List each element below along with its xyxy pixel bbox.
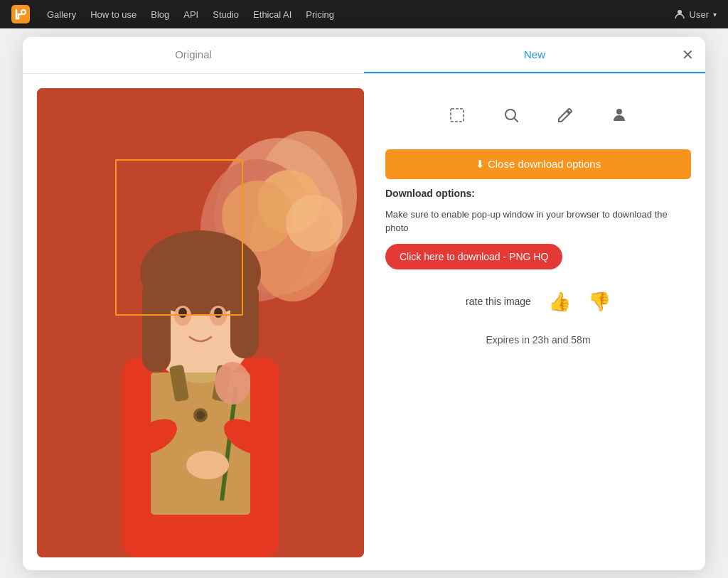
user-menu[interactable]: User ▾ — [674, 9, 717, 20]
nav-api[interactable]: API — [183, 9, 198, 20]
thumbs-up-button[interactable]: 👍 — [548, 291, 571, 313]
svg-point-34 — [616, 109, 622, 114]
image-container: eraseid — [37, 88, 364, 557]
download-options-label: Download options: — [385, 188, 691, 199]
svg-point-28 — [215, 362, 250, 405]
close-download-options-button[interactable]: ⬇ Close download options — [385, 149, 691, 179]
thumbs-down-button[interactable]: 👎 — [588, 291, 611, 313]
download-section: ⬇ Close download options Download option… — [385, 149, 691, 269]
rating-label: rate this image — [466, 296, 531, 307]
rating-section: rate this image 👍 👎 — [385, 284, 691, 320]
close-button[interactable]: ✕ — [682, 48, 694, 62]
svg-point-26 — [196, 411, 205, 419]
tab-new[interactable]: New — [364, 37, 705, 73]
download-instruction: Make sure to enable pop-up window in you… — [385, 208, 691, 235]
tab-original[interactable]: Original — [23, 37, 364, 73]
navbar: Gallery How to use Blog API Studio Ethic… — [0, 0, 728, 28]
svg-point-31 — [186, 451, 229, 479]
svg-point-2 — [678, 10, 682, 14]
icon-toolbar — [385, 95, 691, 135]
right-panel: ⬇ Close download options Download option… — [385, 88, 691, 346]
image-area: eraseid — [37, 88, 364, 557]
card-body: eraseid — [23, 74, 705, 572]
tab-bar: Original New ✕ — [23, 37, 705, 74]
nav-how-to-use[interactable]: How to use — [90, 9, 136, 20]
selection-tool-icon[interactable] — [444, 102, 470, 128]
edit-tool-icon[interactable] — [552, 102, 578, 128]
download-png-button[interactable]: Click here to download - PNG HQ — [385, 244, 562, 269]
nav-studio[interactable]: Studio — [213, 9, 239, 20]
svg-point-12 — [286, 195, 343, 252]
nav-blog[interactable]: Blog — [151, 9, 169, 20]
person-illustration — [37, 88, 364, 557]
svg-rect-32 — [451, 109, 464, 122]
face-detection-box — [115, 159, 243, 316]
expiry-text: Expires in 23h and 58m — [385, 334, 691, 346]
logo[interactable] — [11, 5, 30, 23]
main-content: Original New ✕ eraseid — [0, 28, 728, 578]
nav-gallery[interactable]: Gallery — [47, 9, 76, 20]
nav-links: Gallery How to use Blog API Studio Ethic… — [47, 9, 657, 20]
person-tool-icon[interactable] — [606, 102, 632, 128]
user-label: User — [690, 9, 709, 20]
nav-ethical-ai[interactable]: Ethical AI — [253, 9, 291, 20]
user-icon — [674, 9, 685, 20]
search-tool-icon[interactable] — [498, 102, 524, 128]
nav-pricing[interactable]: Pricing — [306, 9, 334, 20]
user-chevron-icon: ▾ — [713, 11, 717, 18]
modal-card: Original New ✕ eraseid — [23, 37, 705, 570]
